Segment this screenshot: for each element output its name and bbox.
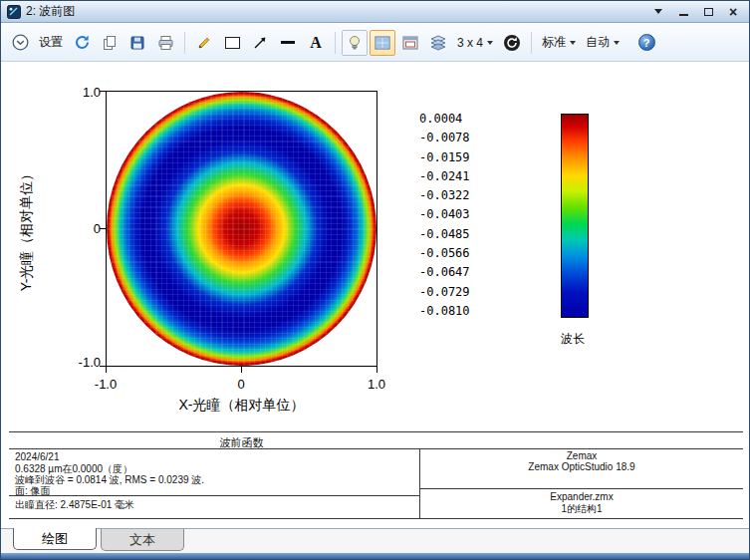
tab-plot[interactable]: 绘图 xyxy=(13,528,97,550)
y-axis-title: Y-光瞳（相对单位） xyxy=(18,166,36,291)
pencil-tool-button[interactable] xyxy=(191,30,217,56)
refresh-icon xyxy=(74,34,91,51)
colorbar-tick-labels: 0.0004 -0.0078 -0.0159 -0.0241 -0.0322 -… xyxy=(419,112,499,318)
footer-divider xyxy=(9,518,743,519)
refresh-button[interactable] xyxy=(69,30,95,56)
standard-label: 标准 xyxy=(542,34,566,51)
settings-label: 设置 xyxy=(39,34,63,51)
footer-pupil-diameter: 出瞳直径: 2.4875E-01 毫米 xyxy=(15,498,134,512)
chevron-down-circle-icon xyxy=(12,34,29,51)
rotate-button[interactable] xyxy=(499,30,525,56)
text-tool-button[interactable]: A xyxy=(303,30,329,56)
footer-divider xyxy=(9,448,743,449)
chevron-down-icon xyxy=(487,41,493,45)
plot-frame xyxy=(106,91,377,367)
rotate-icon xyxy=(503,34,521,52)
colorbar-tick-label: -0.0322 xyxy=(419,188,499,202)
axis-tick xyxy=(376,367,377,373)
arrow-tool-button[interactable] xyxy=(247,30,273,56)
rectangle-icon xyxy=(224,36,241,50)
maximize-icon xyxy=(704,8,713,16)
chevron-down-icon xyxy=(570,41,576,45)
save-icon xyxy=(129,35,145,51)
colorbar-tick-label: -0.0810 xyxy=(419,304,499,318)
tab-text-label: 文本 xyxy=(129,531,155,549)
y-tick-label: -1.0 xyxy=(61,355,101,370)
help-icon: ? xyxy=(638,34,655,51)
settings-collapse-button[interactable] xyxy=(7,30,33,56)
maximize-button[interactable] xyxy=(698,4,718,20)
copy-icon xyxy=(102,35,118,51)
close-icon: × xyxy=(729,5,737,19)
wavefront-map xyxy=(107,92,376,366)
layers-icon xyxy=(430,35,446,51)
pencil-icon xyxy=(196,35,212,51)
axis-tick xyxy=(241,367,242,373)
app-icon xyxy=(7,5,21,19)
window-capture-icon xyxy=(402,36,418,50)
axis-tick xyxy=(106,367,107,373)
tab-plot-label: 绘图 xyxy=(42,530,68,548)
colorbar-tick-label: 0.0004 xyxy=(419,112,499,126)
x-tick-label: 1.0 xyxy=(357,377,396,392)
colorbar xyxy=(561,114,589,318)
tab-text[interactable]: 文本 xyxy=(101,529,184,551)
x-axis-title: X-光瞳（相对单位） xyxy=(106,397,377,415)
minimize-button[interactable] xyxy=(673,4,693,20)
auto-dropdown[interactable]: 自动 xyxy=(582,30,624,56)
colorbar-tick-label: -0.0241 xyxy=(419,169,499,183)
footer-configuration: 1的结构1 xyxy=(420,502,743,516)
chevron-down-icon xyxy=(614,41,620,45)
colorbar-tick-label: -0.0159 xyxy=(419,150,499,164)
footer-brand: Zemax xyxy=(420,450,743,461)
rectangle-tool-button[interactable] xyxy=(219,30,245,56)
x-tick-label: -1.0 xyxy=(86,377,125,392)
lamp-icon xyxy=(348,35,362,51)
wavefront-map-window: 2: 波前图 × 设置 xyxy=(0,0,750,560)
footer-product: Zemax OpticStudio 18.9 xyxy=(420,461,743,472)
y-tick-label: 0 xyxy=(61,221,101,236)
window-bottom-edge xyxy=(1,553,749,559)
y-axis-title-container: Y-光瞳（相对单位） xyxy=(15,91,39,367)
titlebar: 2: 波前图 × xyxy=(1,1,749,23)
arrow-icon xyxy=(252,35,268,51)
toolbar-separator xyxy=(184,32,185,54)
minimize-icon xyxy=(679,14,688,16)
colorbar-tick-label: -0.0403 xyxy=(419,207,499,221)
text-tool-icon: A xyxy=(310,34,322,52)
footer-date: 2024/6/21 xyxy=(15,451,60,462)
line-icon xyxy=(281,41,295,44)
copy-button[interactable] xyxy=(97,30,123,56)
colorbar-tick-label: -0.0485 xyxy=(419,227,499,241)
toolbar-separator xyxy=(335,32,336,54)
auto-label: 自动 xyxy=(586,34,610,51)
footer-filename: Expander.zmx xyxy=(420,491,743,502)
toolbar-separator xyxy=(531,32,532,54)
grid-layout-button[interactable] xyxy=(370,30,395,56)
footer-divider xyxy=(9,495,419,496)
lamp-button[interactable] xyxy=(342,30,368,56)
colorbar-tick-label: -0.0566 xyxy=(419,246,499,260)
print-button[interactable] xyxy=(152,30,178,56)
window-title: 2: 波前图 xyxy=(26,3,643,20)
toolbar: 设置 xyxy=(1,24,749,62)
settings-button[interactable]: 设置 xyxy=(35,30,67,56)
bottom-tabstrip: 绘图 文本 xyxy=(1,528,749,554)
colorbar-tick-label: -0.0729 xyxy=(419,285,499,299)
grid-size-dropdown[interactable]: 3 x 4 xyxy=(453,30,497,56)
colorbar-tick-label: -0.0078 xyxy=(419,131,499,144)
window-menu-button[interactable] xyxy=(648,4,668,20)
close-button[interactable]: × xyxy=(723,4,743,20)
x-tick-label: 0 xyxy=(221,377,261,392)
help-button[interactable]: ? xyxy=(633,30,659,56)
footer-divider xyxy=(9,431,743,432)
layers-button[interactable] xyxy=(425,30,451,56)
print-icon xyxy=(157,35,174,51)
line-tool-button[interactable] xyxy=(275,30,301,56)
y-tick-label: 1.0 xyxy=(61,85,101,100)
colorbar-tick-label: -0.0647 xyxy=(419,265,499,279)
standard-dropdown[interactable]: 标准 xyxy=(538,30,580,56)
save-button[interactable] xyxy=(125,30,150,56)
window-capture-button[interactable] xyxy=(397,30,423,56)
colorbar-unit-label: 波长 xyxy=(561,331,585,348)
